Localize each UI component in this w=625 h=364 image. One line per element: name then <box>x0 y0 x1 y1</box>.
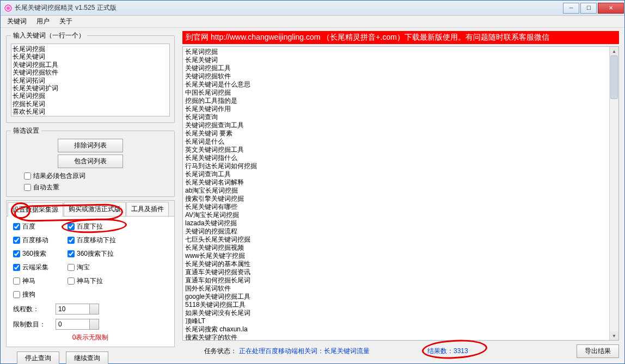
src-baidu-checkbox[interactable] <box>13 223 20 230</box>
status-text: 正在处理百度移动端相关词：长尾关键词流量 <box>239 347 370 356</box>
threads-label: 线程数： <box>13 305 46 314</box>
src-cloud-checkbox[interactable] <box>13 264 20 271</box>
settings-tabset: 设置数据采集源 购买或激活正式版 工具及插件 百度 百度下拉 百度移动 百度移动… <box>6 200 175 347</box>
input-keywords-legend: 输入关键词（一行一个） <box>11 31 87 40</box>
input-keywords-group: 输入关键词（一行一个） 长尾词挖掘 长尾关键词 关键词挖掘工具 关键词挖掘软件 … <box>6 31 175 123</box>
close-button[interactable]: ✕ <box>598 3 624 14</box>
app-window: 长尾关键词挖掘精灵 v1.525 正式版 ─ ☐ ✕ 关键词 用户 关于 输入关… <box>0 0 625 364</box>
menu-keywords[interactable]: 关键词 <box>7 17 27 26</box>
src-baidu-label: 百度 <box>22 222 35 231</box>
src-sogou-checkbox[interactable] <box>13 291 20 298</box>
must-contain-checkbox[interactable] <box>24 172 31 180</box>
src-baidu-mobile-checkbox[interactable] <box>13 237 20 244</box>
src-360-drop-label: 360搜索下拉 <box>77 249 114 258</box>
auto-dedup-checkbox[interactable] <box>24 184 31 191</box>
src-baidu-drop-checkbox[interactable] <box>68 223 75 230</box>
results-listbox[interactable]: 长尾词挖掘 长尾关键词 关键词挖掘工具 关键词挖掘软件 长尾关键词是什么意思 中… <box>182 46 619 341</box>
src-sogou-label: 搜狗 <box>22 290 35 299</box>
src-360-checkbox[interactable] <box>13 250 20 257</box>
src-taobao-checkbox[interactable] <box>68 264 75 271</box>
menu-about[interactable]: 关于 <box>59 17 72 26</box>
announcement-banner: 到官网 http://www.changweijingling.com （长尾精… <box>182 31 619 44</box>
filter-settings-legend: 筛选设置 <box>11 126 41 135</box>
status-row: 任务状态： 正在处理百度移动端相关词：长尾关键词流量 结果数：3313 导出结果 <box>182 343 619 359</box>
src-shenma-label: 神马 <box>22 276 35 286</box>
tab-data-sources[interactable]: 设置数据采集源 <box>8 202 63 217</box>
stop-query-button[interactable]: 停止查询 <box>17 351 59 364</box>
threads-spinner[interactable]: 10 <box>56 304 99 314</box>
must-contain-row[interactable]: 结果必须包含原词 <box>24 171 170 181</box>
filter-settings-group: 筛选设置 排除词列表 包含词列表 结果必须包含原词 自动去重 <box>6 126 175 197</box>
menu-user[interactable]: 用户 <box>36 17 50 26</box>
minimize-button[interactable]: ─ <box>563 3 579 14</box>
auto-dedup-label: 自动去重 <box>33 183 59 192</box>
export-results-button[interactable]: 导出结果 <box>577 344 619 358</box>
keywords-textarea[interactable]: 长尾词挖掘 长尾关键词 关键词挖掘工具 关键词挖掘软件 长尾词拓词 长尾关键词扩… <box>11 44 170 116</box>
menubar: 关键词 用户 关于 <box>1 16 624 28</box>
exclude-list-button[interactable]: 排除词列表 <box>58 139 123 152</box>
app-icon <box>4 4 13 13</box>
status-label: 任务状态： <box>204 347 237 356</box>
src-baidu-drop-label: 百度下拉 <box>77 222 103 231</box>
results-text: 长尾词挖掘 长尾关键词 关键词挖掘工具 关键词挖掘软件 长尾关键词是什么意思 中… <box>183 47 618 341</box>
src-360-label: 360搜索 <box>22 249 46 258</box>
auto-dedup-row[interactable]: 自动去重 <box>24 183 170 192</box>
zero-means-unlimited: 0表示无限制 <box>13 333 168 342</box>
src-shenma-drop-label: 神马下拉 <box>77 276 103 286</box>
maximize-button[interactable]: ☐ <box>580 3 597 14</box>
tab-activate[interactable]: 购买或激活正式版 <box>64 202 126 216</box>
result-count: 结果数：3313 <box>427 347 468 356</box>
src-baidu-mobile-drop-label: 百度移动下拉 <box>77 236 116 245</box>
window-title: 长尾关键词挖掘精灵 v1.525 正式版 <box>15 3 562 13</box>
tab-tools-plugins[interactable]: 工具及插件 <box>126 202 169 216</box>
scrollbar[interactable]: ▲ ▼ <box>609 47 618 340</box>
scroll-up-icon[interactable]: ▲ <box>610 47 618 55</box>
limit-label: 限制数目： <box>13 320 46 329</box>
include-list-button[interactable]: 包含词列表 <box>58 155 123 168</box>
must-contain-label: 结果必须包含原词 <box>33 171 85 181</box>
limit-spinner[interactable]: 0 <box>56 319 99 330</box>
src-shenma-checkbox[interactable] <box>13 277 20 285</box>
src-shenma-drop-checkbox[interactable] <box>68 277 75 285</box>
src-taobao-label: 淘宝 <box>77 263 90 272</box>
src-baidu-mobile-label: 百度移动 <box>22 236 48 245</box>
src-cloud-label: 云端采集 <box>22 263 48 272</box>
titlebar[interactable]: 长尾关键词挖掘精灵 v1.525 正式版 ─ ☐ ✕ <box>1 1 624 16</box>
scroll-down-icon[interactable]: ▼ <box>610 331 618 340</box>
continue-query-button[interactable]: 继续查询 <box>66 351 108 364</box>
src-baidu-mobile-drop-checkbox[interactable] <box>68 237 75 244</box>
src-360-drop-checkbox[interactable] <box>68 250 75 257</box>
scroll-thumb[interactable] <box>610 55 618 99</box>
